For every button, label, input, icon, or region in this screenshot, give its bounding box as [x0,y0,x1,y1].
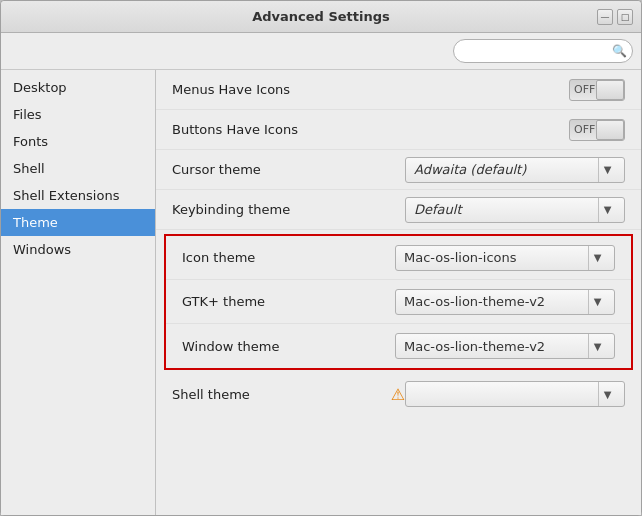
window-theme-row: Window theme Mac-os-lion-theme-v2 ▼ [166,324,631,368]
window-theme-value: Mac-os-lion-theme-v2 [404,339,584,354]
cursor-theme-control: Adwaita (default) ▼ [405,157,625,183]
cursor-theme-arrow: ▼ [598,158,616,182]
cursor-theme-dropdown[interactable]: Adwaita (default) ▼ [405,157,625,183]
sidebar-item-files[interactable]: Files [1,101,155,128]
sidebar-item-fonts[interactable]: Fonts [1,128,155,155]
buttons-have-icons-value: OFF [574,123,595,136]
gtk-theme-dropdown[interactable]: Mac-os-lion-theme-v2 ▼ [395,289,615,315]
menus-have-icons-row: Menus Have Icons OFF [156,70,641,110]
titlebar-buttons: — □ [597,9,633,25]
minimize-button[interactable]: — [597,9,613,25]
window-theme-control: Mac-os-lion-theme-v2 ▼ [395,333,615,359]
shell-theme-row: Shell theme ⚠ ▼ [156,374,641,414]
keybinding-theme-row: Keybinding theme Default ▼ [156,190,641,230]
search-wrapper: 🔍 [453,39,633,63]
sidebar-item-theme[interactable]: Theme [1,209,155,236]
shell-theme-label: Shell theme [172,387,383,402]
titlebar: Advanced Settings — □ [1,1,641,33]
gtk-theme-label: GTK+ theme [182,294,395,309]
keybinding-theme-value: Default [414,202,594,217]
window-theme-arrow: ▼ [588,334,606,358]
icon-theme-arrow: ▼ [588,246,606,270]
menus-have-icons-toggle[interactable]: OFF [569,79,625,101]
sidebar-item-shell-extensions[interactable]: Shell Extensions [1,182,155,209]
shell-theme-arrow: ▼ [598,382,616,406]
buttons-have-icons-knob [596,120,624,140]
icon-theme-value: Mac-os-lion-icons [404,250,584,265]
advanced-settings-window: Advanced Settings — □ 🔍 Desktop Files Fo… [0,0,642,516]
gtk-theme-arrow: ▼ [588,290,606,314]
keybinding-theme-control: Default ▼ [405,197,625,223]
shell-theme-warning-icon: ⚠ [391,385,405,404]
menus-have-icons-control: OFF [569,79,625,101]
icon-theme-row: Icon theme Mac-os-lion-icons ▼ [166,236,631,280]
buttons-have-icons-toggle[interactable]: OFF [569,119,625,141]
keybinding-theme-dropdown[interactable]: Default ▼ [405,197,625,223]
menus-have-icons-value: OFF [574,83,595,96]
gtk-theme-control: Mac-os-lion-theme-v2 ▼ [395,289,615,315]
sidebar-item-shell[interactable]: Shell [1,155,155,182]
gtk-theme-row: GTK+ theme Mac-os-lion-theme-v2 ▼ [166,280,631,324]
maximize-button[interactable]: □ [617,9,633,25]
shell-theme-dropdown[interactable]: ▼ [405,381,625,407]
menus-have-icons-label: Menus Have Icons [172,82,569,97]
highlight-section: Icon theme Mac-os-lion-icons ▼ GTK+ them… [164,234,633,370]
sidebar: Desktop Files Fonts Shell Shell Extensio… [1,70,156,515]
keybinding-theme-label: Keybinding theme [172,202,405,217]
buttons-have-icons-control: OFF [569,119,625,141]
icon-theme-dropdown[interactable]: Mac-os-lion-icons ▼ [395,245,615,271]
search-input[interactable] [453,39,633,63]
cursor-theme-label: Cursor theme [172,162,405,177]
menus-have-icons-knob [596,80,624,100]
icon-theme-control: Mac-os-lion-icons ▼ [395,245,615,271]
buttons-have-icons-row: Buttons Have Icons OFF [156,110,641,150]
buttons-have-icons-label: Buttons Have Icons [172,122,569,137]
cursor-theme-value: Adwaita (default) [414,162,594,177]
gtk-theme-value: Mac-os-lion-theme-v2 [404,294,584,309]
keybinding-theme-arrow: ▼ [598,198,616,222]
main-content: Desktop Files Fonts Shell Shell Extensio… [1,70,641,515]
icon-theme-label: Icon theme [182,250,395,265]
window-theme-dropdown[interactable]: Mac-os-lion-theme-v2 ▼ [395,333,615,359]
window-title: Advanced Settings [252,9,390,24]
search-icon: 🔍 [612,44,627,58]
sidebar-item-windows[interactable]: Windows [1,236,155,263]
settings-panel: Menus Have Icons OFF Buttons Have Icons … [156,70,641,515]
window-theme-label: Window theme [182,339,395,354]
sidebar-item-desktop[interactable]: Desktop [1,74,155,101]
cursor-theme-row: Cursor theme Adwaita (default) ▼ [156,150,641,190]
search-bar: 🔍 [1,33,641,70]
